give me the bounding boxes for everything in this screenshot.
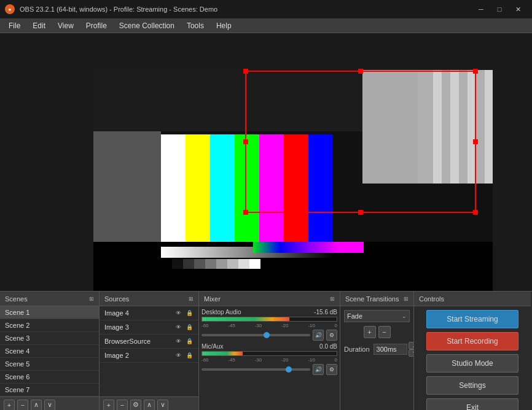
title-left: ● OBS 23.2.1 (64-bit, windows) - Profile… [5,4,217,14]
maximize-button[interactable]: □ [490,3,509,15]
sources-remove-button[interactable]: − [117,400,128,411]
mic-aux-slider[interactable] [201,368,310,371]
desktop-audio-mute-button[interactable]: 🔊 [313,330,324,341]
source-eye-icon[interactable]: 👁 [174,337,182,346]
duration-down-button[interactable]: ▼ [409,349,414,357]
scenes-up-button[interactable]: ∧ [31,400,42,411]
mic-aux-controls: 🔊 ⚙ [201,364,337,375]
menu-bar: File Edit View Profile Scene Collection … [0,18,532,33]
source-item[interactable]: Image 4 👁 🔒 [100,306,198,320]
transition-select[interactable]: Fade ⌄ [344,310,410,322]
transitions-header: Scene Transitions ⊞ [340,292,413,306]
scene-item[interactable]: Scene 7 [0,384,99,396]
sources-down-button[interactable]: ∨ [157,400,168,411]
mic-aux-settings-button[interactable]: ⚙ [326,364,337,375]
scene-list: Scene 1 Scene 2 Scene 3 Scene 4 Scene 5 … [0,306,99,396]
transition-add-button[interactable]: + [364,326,376,338]
duration-row: Duration ▲ ▼ [344,342,410,357]
scene-item[interactable]: Scene 1 [0,306,99,319]
mic-aux-header: Mic/Aux 0.0 dB [201,343,337,350]
menu-help[interactable]: Help [210,20,238,32]
source-name: Image 4 [104,309,129,317]
source-lock-icon[interactable]: 🔒 [185,337,194,346]
source-name: BrowserSource [104,338,151,345]
desktop-audio-slider[interactable] [201,334,310,336]
source-icons: 👁 🔒 [174,323,194,331]
panel-controls: Controls Start Streaming Start Recording… [414,292,531,410]
source-icons: 👁 🔒 [174,337,194,346]
close-button[interactable]: ✕ [509,3,527,15]
source-lock-icon[interactable]: 🔒 [185,309,194,317]
source-eye-icon[interactable]: 👁 [174,309,182,317]
transitions-content: Fade ⌄ + − Duration ▲ ▼ [340,306,413,410]
controls-content: Start Streaming Start Recording Studio M… [414,306,531,410]
sources-header: Sources ⊞ [100,292,198,306]
desktop-audio-controls: 🔊 ⚙ [201,330,337,341]
preview-area [0,33,532,291]
scenes-add-button[interactable]: + [4,400,15,411]
sources-settings-button[interactable]: ⚙ [130,400,141,411]
minimize-button[interactable]: ─ [472,3,490,15]
mic-aux-handle [286,366,292,373]
scenes-header: Scenes ⊞ [0,292,99,306]
mixer-header: Mixer ⊞ [199,292,340,306]
menu-tools[interactable]: Tools [181,20,210,32]
duration-up-button[interactable]: ▲ [409,342,414,349]
desktop-audio-header: Desktop Audio -15.6 dB [201,309,337,315]
panel-transitions: Scene Transitions ⊞ Fade ⌄ + − Duration … [340,292,414,410]
menu-file[interactable]: File [2,20,26,32]
mic-aux-mute-button[interactable]: 🔊 [313,364,324,375]
menu-view[interactable]: View [52,20,80,32]
desktop-audio-level: -15.6 dB [314,309,337,315]
transition-remove-button[interactable]: − [378,326,391,338]
mic-aux-labels: -60 -45 -30 -20 -10 0 [201,357,337,363]
source-eye-icon[interactable]: 👁 [174,323,182,331]
desktop-audio-meter-fill [202,317,289,321]
source-icons: 👁 🔒 [174,309,194,317]
window-title: OBS 23.2.1 (64-bit, windows) - Profile: … [20,6,217,13]
window-controls: ─ □ ✕ [472,3,527,15]
sources-lock-icon[interactable]: ⊞ [189,296,194,302]
panel-mixer: Mixer ⊞ Desktop Audio -15.6 dB -60 -45 -… [199,292,340,410]
mic-aux-track: Mic/Aux 0.0 dB -60 -45 -30 -20 -10 0 [201,343,337,375]
menu-scene-collection[interactable]: Scene Collection [113,20,181,32]
duration-input[interactable] [374,344,407,355]
transitions-label: Scene Transitions [345,295,399,303]
desktop-audio-track: Desktop Audio -15.6 dB -60 -45 -30 -20 -… [201,309,337,341]
obs-icon: ● [5,4,15,14]
sources-actions: + − ⚙ ∧ ∨ [100,396,198,410]
source-item[interactable]: BrowserSource 👁 🔒 [100,335,198,349]
scenes-remove-button[interactable]: − [17,400,28,411]
source-lock-icon[interactable]: 🔒 [185,323,194,331]
panel-sources: Sources ⊞ Image 4 👁 🔒 Image 3 👁 🔒 Browse… [100,292,199,410]
scene-item[interactable]: Scene 6 [0,371,99,384]
mic-aux-meter-fill [202,352,243,355]
menu-profile[interactable]: Profile [80,20,113,32]
scene-item[interactable]: Scene 2 [0,319,99,332]
transitions-lock-icon[interactable]: ⊞ [404,296,409,302]
sources-add-button[interactable]: + [103,400,114,411]
title-bar: ● OBS 23.2.1 (64-bit, windows) - Profile… [0,0,532,18]
start-recording-button[interactable]: Start Recording [426,332,518,350]
transition-chevron-icon: ⌄ [402,313,407,319]
menu-edit[interactable]: Edit [26,20,52,32]
settings-button[interactable]: Settings [426,376,518,395]
scene-item[interactable]: Scene 5 [0,358,99,371]
desktop-audio-settings-button[interactable]: ⚙ [326,330,337,341]
sources-label: Sources [104,295,129,303]
source-item[interactable]: Image 3 👁 🔒 [100,320,198,335]
source-lock-icon[interactable]: 🔒 [185,351,194,360]
scenes-down-button[interactable]: ∨ [44,400,55,411]
source-eye-icon[interactable]: 👁 [174,351,182,360]
scene-item[interactable]: Scene 4 [0,345,99,358]
desktop-audio-handle [264,332,270,338]
preview-canvas [0,33,532,291]
studio-mode-button[interactable]: Studio Mode [426,354,518,373]
start-streaming-button[interactable]: Start Streaming [426,310,518,328]
scene-item[interactable]: Scene 3 [0,332,99,345]
source-item[interactable]: Image 2 👁 🔒 [100,349,198,363]
scenes-lock-icon[interactable]: ⊞ [89,296,94,302]
exit-button[interactable]: Exit [426,398,518,410]
mixer-lock-icon[interactable]: ⊞ [330,296,335,302]
sources-up-button[interactable]: ∧ [144,400,155,411]
